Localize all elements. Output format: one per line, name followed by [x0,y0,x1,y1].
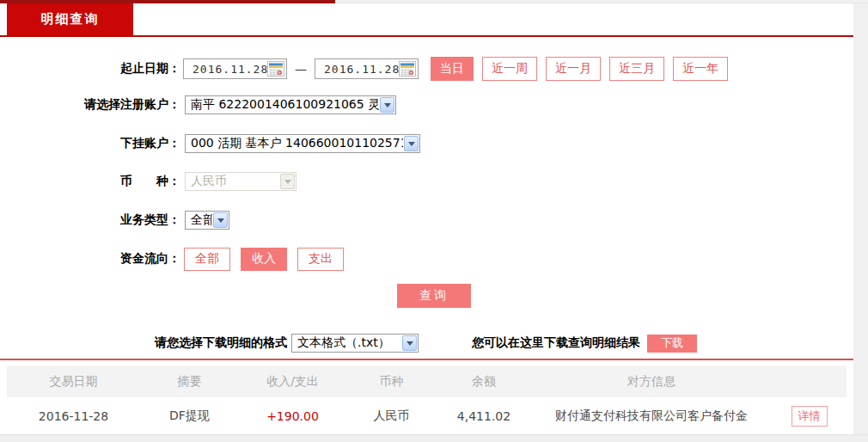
quick-range-month-button[interactable]: 近一月 [546,57,601,81]
currency-value: 人民币 [186,174,279,189]
quick-range-week-button[interactable]: 近一周 [482,57,537,81]
download-format-select[interactable]: 文本格式（.txt） [291,334,419,353]
date-range-label: 起止日期： [0,61,180,77]
chevron-down-icon[interactable] [402,335,417,351]
results-table: 交易日期 摘要 收入/支出 币种 余额 对方信息 2016-11-28 DF提现… [7,365,847,434]
currency-select: 人民币 [185,172,296,191]
cell-currency: 人民币 [346,397,437,434]
date-range-dash: — [295,62,307,76]
chevron-down-icon[interactable] [213,212,228,228]
registered-account-select[interactable]: 南平 6222001406100921065 灵通卡 [185,95,396,114]
registered-account-value: 南平 6222001406100921065 灵通卡 [186,97,379,113]
registered-account-label: 请选择注册账户： [0,97,180,113]
business-type-select[interactable]: 全部 [185,211,229,230]
flow-expense-button[interactable]: 支出 [297,248,344,271]
cell-balance: 4,411.02 [437,397,531,434]
registered-account-row: 请选择注册账户： 南平 6222001406100921065 灵通卡 [0,94,396,116]
header-date: 交易日期 [7,365,140,397]
sub-account-row: 下挂账户： 000 活期 基本户 1406600101102571848 [0,132,420,155]
cell-action: 详情 [772,397,847,434]
detail-button[interactable]: 详情 [792,406,828,427]
download-hint-text: 您可以在这里下载查询明细结果 [472,335,640,351]
tab-detail-query[interactable]: 明细查询 [7,3,133,35]
sub-account-label: 下挂账户： [0,136,180,151]
header-counterparty: 对方信息 [531,365,772,397]
cell-amount: +190.00 [239,397,346,434]
date-to-input[interactable] [315,58,419,79]
business-type-label: 业务类型： [0,212,180,228]
quick-range-today-button[interactable]: 当日 [431,57,474,81]
right-gutter [853,3,868,434]
table-header-row: 交易日期 摘要 收入/支出 币种 余额 对方信息 [7,365,847,397]
download-format-label: 请您选择下载明细的格式 [155,335,287,351]
header-summary: 摘要 [140,365,239,397]
fund-flow-label: 资金流向： [0,251,180,267]
download-format-value: 文本格式（.txt） [292,335,401,351]
date-from-input[interactable] [183,58,287,79]
download-row: 请您选择下载明细的格式 文本格式（.txt） 您可以在这里下载查询明细结果 下载 [0,332,853,354]
date-from-value[interactable] [184,63,267,76]
query-button[interactable]: 查询 [397,284,471,308]
sub-account-select[interactable]: 000 活期 基本户 1406600101102571848 [185,134,420,153]
header-action [772,365,847,397]
detail-query-page: 明细查询 起止日期： — [0,0,868,442]
table-separator-line [0,359,853,360]
quick-range-quarter-button[interactable]: 近三月 [609,57,664,81]
table-row: 2016-11-28 DF提现 +190.00 人民币 4,411.02 财付通… [7,397,847,434]
tab-label: 明细查询 [41,11,100,28]
header-currency: 币种 [346,365,437,397]
quick-range-year-button[interactable]: 近一年 [673,57,728,81]
business-type-row: 业务类型： 全部 [0,209,229,231]
cell-summary: DF提现 [140,397,239,434]
business-type-value: 全部 [186,212,212,228]
currency-label: 币 种： [0,174,180,189]
fund-flow-row: 资金流向： 全部 收入 支出 [0,247,354,271]
bottom-gutter [0,434,868,442]
flow-all-button[interactable]: 全部 [184,248,230,271]
flow-income-button[interactable]: 收入 [241,248,287,271]
header-balance: 余额 [437,365,531,397]
currency-row: 币 种： 人民币 [0,170,296,193]
chevron-down-icon[interactable] [380,97,394,113]
calendar-icon[interactable] [267,61,284,77]
tab-underline [0,35,853,37]
calendar-icon[interactable] [399,61,416,77]
cell-date: 2016-11-28 [7,397,140,434]
chevron-down-icon[interactable] [404,136,419,151]
date-range-row: 起止日期： — [0,57,737,81]
chevron-down-icon [280,174,295,189]
download-button[interactable]: 下载 [647,335,697,353]
cell-counterparty: 财付通支付科技有限公司客户备付金 [531,397,772,434]
header-amount: 收入/支出 [239,365,346,397]
date-to-value[interactable] [315,63,399,76]
sub-account-value: 000 活期 基本户 1406600101102571848 [186,136,403,151]
